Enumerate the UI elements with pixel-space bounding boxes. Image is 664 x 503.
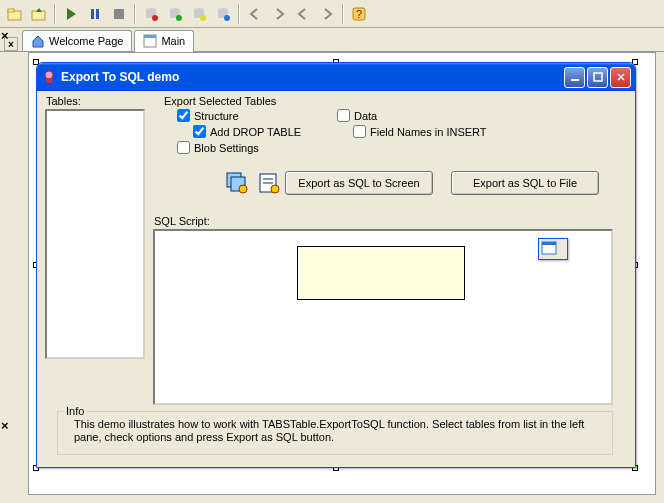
svg-rect-1 [8, 9, 14, 12]
nav-fwd2-icon[interactable] [316, 3, 338, 25]
svg-point-28 [239, 185, 247, 193]
close-button[interactable] [610, 67, 631, 88]
minimize-button[interactable] [564, 67, 585, 88]
tab-main[interactable]: Main [134, 30, 194, 52]
hint-tooltip [297, 246, 465, 300]
info-title: Info [64, 405, 86, 417]
checkbox-structure[interactable]: Structure [177, 109, 239, 122]
maximize-button[interactable] [587, 67, 608, 88]
main-toolbar: ? [0, 0, 664, 28]
form-designer-window[interactable]: Export To SQL demo Tables: Export Select… [36, 62, 636, 468]
form-icon [143, 34, 157, 48]
select-all-icon-button[interactable] [255, 169, 283, 197]
svg-point-14 [200, 15, 206, 21]
open-folder-up-icon[interactable] [28, 3, 50, 25]
info-groupbox: Info This demo illustrates how to work w… [57, 411, 613, 455]
db-yellow-icon[interactable] [188, 3, 210, 25]
svg-point-17 [224, 15, 230, 21]
tab-welcome-page[interactable]: Welcome Page [22, 30, 132, 51]
group-title: Export Selected Tables [163, 95, 277, 107]
svg-rect-25 [594, 73, 602, 81]
export-sql-screen-button[interactable]: Export as SQL to Screen [285, 171, 433, 195]
titlebar[interactable]: Export To SQL demo [37, 63, 635, 91]
svg-rect-5 [114, 9, 124, 19]
info-text: This demo illustrates how to work with T… [74, 418, 604, 444]
home-icon [31, 34, 45, 48]
sqlscript-label: SQL Script: [153, 215, 211, 227]
svg-rect-2 [32, 11, 45, 20]
svg-point-11 [176, 15, 182, 21]
checkbox-add-drop-table[interactable]: Add DROP TABLE [193, 125, 301, 138]
svg-rect-3 [91, 9, 94, 19]
app-icon [41, 69, 57, 85]
db-green-icon[interactable] [164, 3, 186, 25]
svg-rect-23 [46, 78, 52, 83]
window-icon [541, 241, 557, 257]
db-red-icon[interactable] [140, 3, 162, 25]
run-icon[interactable] [60, 3, 82, 25]
tab-label: Main [161, 35, 185, 47]
help-icon[interactable]: ? [348, 3, 370, 25]
nav-back2-icon[interactable] [292, 3, 314, 25]
svg-rect-21 [144, 35, 156, 38]
nav-back-icon[interactable] [244, 3, 266, 25]
pause-icon[interactable] [84, 3, 106, 25]
svg-point-8 [152, 15, 158, 21]
tab-label: Welcome Page [49, 35, 123, 47]
stop-icon[interactable] [108, 3, 130, 25]
floating-toolbar[interactable] [538, 238, 568, 260]
close-icon[interactable]: × [1, 418, 9, 433]
db-blue-icon[interactable] [212, 3, 234, 25]
close-icon[interactable]: × [1, 28, 9, 43]
export-sql-file-button[interactable]: Export as SQL to File [451, 171, 599, 195]
checkbox-field-names-insert[interactable]: Field Names in INSERT [353, 125, 487, 138]
tabs-bar: × Welcome Page Main [0, 28, 664, 52]
nav-fwd-icon[interactable] [268, 3, 290, 25]
window-title: Export To SQL demo [61, 70, 564, 84]
form-body: Tables: Export Selected Tables Structure… [37, 91, 635, 467]
checkbox-data[interactable]: Data [337, 109, 377, 122]
svg-rect-34 [542, 242, 556, 245]
svg-rect-24 [571, 79, 579, 81]
svg-rect-4 [96, 9, 99, 19]
svg-text:?: ? [356, 8, 362, 20]
tables-label: Tables: [45, 95, 82, 107]
svg-point-22 [45, 71, 53, 79]
tables-listbox[interactable] [45, 109, 145, 359]
svg-point-32 [271, 185, 279, 193]
select-tables-icon-button[interactable] [223, 169, 251, 197]
checkbox-blob-settings[interactable]: Blob Settings [177, 141, 259, 154]
